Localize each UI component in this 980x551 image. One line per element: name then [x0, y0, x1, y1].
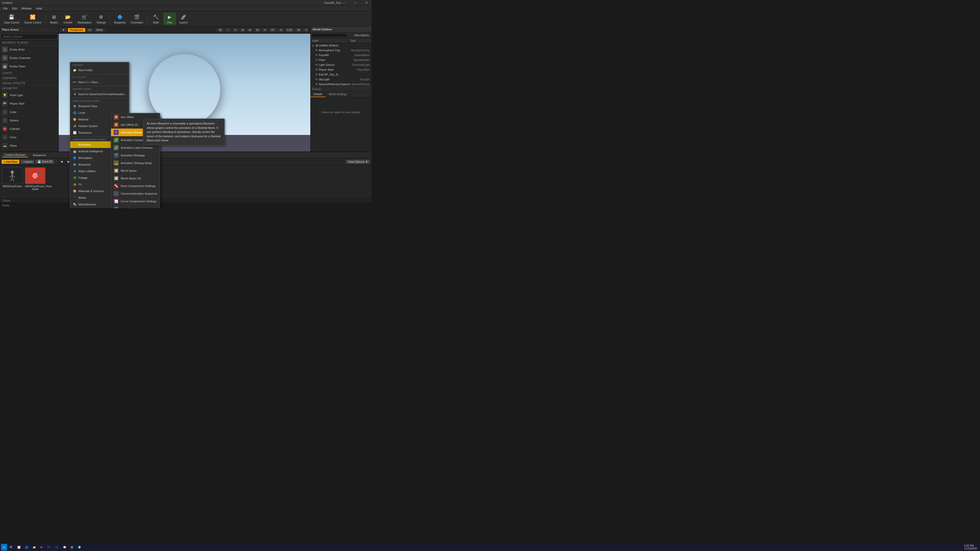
outliner-search-input[interactable]: [312, 33, 347, 38]
submenu-camera-animation[interactable]: 🎥 Camera Animation Sequence: [111, 190, 160, 197]
import-button[interactable]: ↑ Import: [21, 160, 35, 164]
rotate-button[interactable]: ↻: [232, 28, 239, 32]
source-control-button[interactable]: 🔀 Source Control: [22, 13, 43, 25]
actor-empty-actor[interactable]: ◻ Empty Actor: [0, 45, 59, 54]
content-button[interactable]: 📂 Content: [62, 13, 75, 25]
blueprints-button[interactable]: 🔷 Blueprints: [112, 13, 127, 25]
cpp-icon: C++: [73, 80, 77, 84]
submenu-blend-space[interactable]: 🔀 Blend Space: [111, 167, 160, 175]
ctx-new-cpp-class[interactable]: C++ New C++ Class...: [70, 79, 129, 86]
ctx-new-folder[interactable]: 📁 New Folder: [70, 67, 129, 73]
menu-edit[interactable]: Edit: [10, 6, 19, 11]
place-actors-header: Place Actors: [0, 27, 59, 33]
submenu-animation-sharing-setup[interactable]: 📤 Animation Sharing Setup: [111, 159, 160, 167]
actor-cube[interactable]: ⬛ Cube: [0, 108, 59, 116]
minimize-button[interactable]: ─: [339, 0, 349, 6]
outliner-item-skylight[interactable]: 👁 SkyLight SkyLight: [310, 77, 372, 82]
perspective-mode-button[interactable]: Perspective: [68, 28, 85, 32]
actor-player-start-label: Player Start: [10, 102, 24, 105]
close-button[interactable]: ✕: [361, 0, 372, 6]
build-icon: 🔨: [152, 14, 159, 21]
outliner-item-sphere-reflection[interactable]: 👁 SphereReflectionCapture SphereReflecti…: [310, 82, 372, 87]
tab-sequencer[interactable]: Sequencer: [30, 153, 49, 157]
submenu-level-sequence[interactable]: 🎬 Level Sequence: [111, 205, 160, 208]
menu-help[interactable]: Help: [34, 6, 44, 11]
item-name: SkyLight: [319, 78, 360, 81]
lit-mode-button[interactable]: Lit: [86, 28, 93, 32]
ctx-blueprint-class[interactable]: 🔷 Blueprint Class: [70, 103, 129, 110]
item-count: 2 Items: [2, 199, 11, 202]
blend-space-icon: 🔀: [114, 168, 119, 173]
actor-sphere[interactable]: ⚫ Sphere: [0, 116, 59, 125]
rotation-snap-button[interactable]: ↻: [262, 28, 268, 32]
actor-player-start[interactable]: 🏁 Player Start: [0, 100, 59, 108]
asset-arkit-face-poses[interactable]: ARKitFacePoses: [2, 167, 22, 197]
settings-button[interactable]: ⚙ Settings: [94, 13, 108, 25]
submenu-bone-compression[interactable]: 🦴 Bone Compression Settings: [111, 182, 160, 190]
outliner-item-facear[interactable]: 👁 FaceAR SkeletalMesh: [310, 53, 372, 58]
camera-speed-button[interactable]: 📷: [217, 28, 224, 32]
launch-button[interactable]: 🚀 Launch: [177, 13, 190, 25]
actor-count: 9 actors: [310, 87, 372, 91]
perspective-dropdown[interactable]: ▼: [60, 28, 67, 32]
submenu-curve-compression[interactable]: 📈 Curve Compression Settings: [111, 197, 160, 205]
details-tab-container: Details World Settings Select an object …: [310, 92, 372, 127]
nav-back-button[interactable]: ◀: [59, 159, 65, 164]
scale-button[interactable]: ⊞: [240, 28, 246, 32]
actor-empty-character[interactable]: 🧍 Empty Character: [0, 54, 59, 62]
actor-cylinder[interactable]: 🔴 Cylinder: [0, 125, 59, 133]
outliner-item-player-start[interactable]: 👁 Player Start PlayerStart: [310, 67, 372, 72]
grid-snap-button[interactable]: ⊞: [247, 28, 253, 32]
ctx-media-label: Media: [78, 196, 86, 199]
view-options-button[interactable]: 📷: [295, 28, 302, 32]
menu-file[interactable]: File: [1, 6, 10, 11]
ctx-section-folder: Folder 📁 New Folder: [70, 62, 129, 74]
curve-compression-label: Curve Compression Settings: [121, 200, 156, 203]
outliner-item-floor[interactable]: 👁 Floor StaticMeshAct: [310, 58, 372, 62]
main-toolbar: 💾 Save Current 🔀 Source Control ⊞ Modes …: [0, 11, 372, 27]
particle-icon: ✨: [73, 124, 77, 128]
animation-sharing-label: Animation Sharing Setup: [121, 162, 152, 165]
empty-actor-icon: ◻: [2, 47, 8, 52]
scale-snap-value[interactable]: 0.25: [285, 28, 294, 32]
submenu-animation-montage[interactable]: 🎬 Animation Montage: [111, 151, 160, 159]
save-all-button[interactable]: 💾 Save All: [35, 159, 54, 164]
outliner-item-atmospheric-fog[interactable]: 👁 Atmospheric Fog AtmosphericFog: [310, 48, 372, 53]
add-new-button[interactable]: + Add New: [2, 160, 19, 164]
actor-search-input[interactable]: [1, 34, 57, 39]
actor-cone[interactable]: 🔺 Cone: [0, 133, 59, 141]
ctx-import-asset[interactable]: ⬆ Import to /Game/DazToUnreal/Animation.…: [70, 91, 129, 97]
asset-arkit-face-poses-pose[interactable]: 🎯 ARKitFacePoses_Pose Asset: [25, 167, 45, 197]
actor-point-light[interactable]: 💡 Point Light: [0, 91, 59, 100]
rotation-snap-value[interactable]: 10°: [269, 28, 277, 32]
ctx-foliage-label: Foliage: [78, 176, 88, 179]
item-name: ⊞ Untitled (Editor): [316, 44, 371, 47]
outliner-item-untitled[interactable]: ▷ ⊞ Untitled (Editor): [310, 43, 372, 48]
grid-size-value[interactable]: 10: [254, 28, 261, 32]
modes-button[interactable]: ⊞ Modes: [48, 13, 60, 25]
svg-line-8: [10, 175, 12, 177]
ctx-section-cpp: C++ Class C++ New C++ Class...: [70, 74, 129, 86]
actor-empty-pawn[interactable]: 🤖 Empty Pawn: [0, 62, 59, 71]
speed-number[interactable]: 4: [303, 28, 309, 32]
menu-window[interactable]: Window: [20, 6, 34, 11]
outliner-item-light-source[interactable]: 👁 Light Source DirectionalLight: [310, 62, 372, 67]
submenu-blend-space-1d[interactable]: 🔀 Blend Space 1D: [111, 175, 160, 182]
marketplace-button[interactable]: 🛒 Marketplace: [76, 13, 94, 25]
actor-empty-actor-label: Empty Actor: [10, 48, 25, 51]
view-options-button[interactable]: View Options: [352, 33, 371, 37]
maximize-button[interactable]: □: [350, 0, 360, 6]
show-button[interactable]: Show: [94, 28, 105, 32]
outliner-item-sky[interactable]: 👁 Edit BP_Sky_S...: [310, 72, 372, 77]
build-button[interactable]: 🔨 Build: [150, 13, 162, 25]
tab-content-browser[interactable]: Content Browser: [2, 153, 28, 157]
translate-button[interactable]: ↔: [225, 28, 231, 32]
scale-snap-button[interactable]: ⊡: [278, 28, 284, 32]
tab-details[interactable]: Details: [310, 92, 326, 97]
save-current-button[interactable]: 💾 Save Current: [2, 13, 21, 25]
tab-world-settings[interactable]: World Settings: [326, 92, 350, 97]
actor-plane[interactable]: ▬ Plane: [0, 141, 59, 150]
cinematics-button[interactable]: 🎬 Cinematics: [129, 13, 145, 25]
view-options-button[interactable]: View Options ▼: [346, 160, 370, 164]
play-button[interactable]: ▶ Play: [163, 13, 176, 25]
